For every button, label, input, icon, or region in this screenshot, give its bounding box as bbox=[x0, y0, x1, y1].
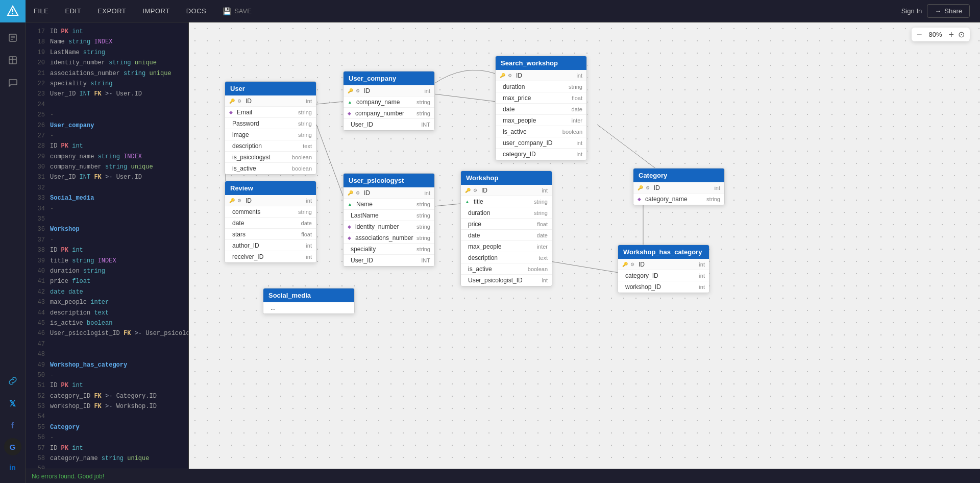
code-line: 37- bbox=[26, 235, 188, 245]
code-line: 18Name string INDEX bbox=[26, 37, 188, 47]
logo[interactable] bbox=[0, 0, 26, 22]
export-menu[interactable]: EXPORT bbox=[89, 0, 134, 22]
code-line: 43max_people inter bbox=[26, 297, 188, 307]
er-table-user[interactable]: User🔑⚙IDint◆EmailstringPasswordstringima… bbox=[225, 81, 316, 175]
er-table-user_psicologist[interactable]: User_psicologyst🔑⚙IDint▲NamestringLastNa… bbox=[343, 173, 435, 267]
er-field-user-Password: Passwordstring bbox=[225, 118, 316, 129]
zoom-out-button[interactable]: − bbox=[917, 30, 922, 39]
code-line: 25- bbox=[26, 110, 188, 120]
er-field-user-image: imagestring bbox=[225, 129, 316, 140]
er-table-workshop[interactable]: Workshop🔑⚙IDint▲titlestringdurationstrin… bbox=[460, 171, 552, 286]
code-line: 46User_psicologist_ID FK >- User_psicolo… bbox=[26, 328, 188, 339]
er-field-user_psicologist-User_ID: User_IDINT bbox=[344, 255, 434, 266]
code-line: 54 bbox=[26, 412, 188, 422]
er-field-workshop-price: pricefloat bbox=[461, 219, 552, 230]
sidebar-icon-page[interactable] bbox=[3, 28, 23, 48]
code-line: 41price float bbox=[26, 276, 188, 286]
sidebar-icon-twitter[interactable]: 𝕏 bbox=[3, 393, 23, 414]
er-field-user_company-company_name: ▲company_namestring bbox=[344, 96, 434, 108]
sidebar-icon-link[interactable] bbox=[3, 371, 23, 391]
svg-line-10 bbox=[316, 102, 343, 104]
code-line: 36Workshop bbox=[26, 224, 188, 234]
er-field-user_company-company_number: ◆company_numberstring bbox=[344, 108, 434, 119]
sidebar-icon-chat[interactable] bbox=[3, 73, 23, 93]
share-button[interactable]: → Share bbox=[927, 4, 970, 18]
code-line: 32 bbox=[26, 183, 188, 193]
er-table-header-workshop_has_category: Workshop_has_category bbox=[618, 245, 709, 259]
zoom-in-button[interactable]: + bbox=[948, 30, 954, 39]
code-line: 23User_ID INT FK >- User.ID bbox=[26, 89, 188, 99]
er-field-user-ID: 🔑⚙IDint bbox=[225, 95, 316, 107]
code-line: 40duration string bbox=[26, 266, 188, 276]
er-field-user_company-User_ID: User_IDINT bbox=[344, 119, 434, 130]
er-table-review[interactable]: Review🔑⚙IDintcommentsstringdatedatestars… bbox=[225, 181, 316, 263]
status-bar: No errors found. Good job! bbox=[26, 469, 980, 483]
sidebar-icon-google[interactable]: G bbox=[4, 438, 21, 455]
edit-menu[interactable]: EDIT bbox=[57, 0, 89, 22]
code-line: 29company_name string INDEX bbox=[26, 152, 188, 162]
center-target-button[interactable]: ⊙ bbox=[958, 30, 965, 39]
code-line: 24 bbox=[26, 100, 188, 110]
code-line: 21associations_number string unique bbox=[26, 68, 188, 79]
er-field-user-is_active: is_activeboolean bbox=[225, 163, 316, 174]
er-table-user_company[interactable]: User_company🔑⚙IDint▲company_namestring◆c… bbox=[343, 71, 435, 131]
code-line: 56- bbox=[26, 432, 188, 443]
er-field-search_workshop-is_active: is_activeboolean bbox=[496, 126, 586, 137]
code-line: 55Category bbox=[26, 422, 188, 432]
er-table-workshop_has_category[interactable]: Workshop_has_category🔑⚙IDintcategory_IDi… bbox=[618, 245, 709, 293]
code-line: 31User_ID INT FK >- User.ID bbox=[26, 172, 188, 182]
code-panel[interactable]: 17ID PK int18Name string INDEX19LastName… bbox=[26, 22, 189, 483]
er-field-workshop-max_people: max_peopleinter bbox=[461, 241, 552, 252]
er-field-user_psicologist-identity_number: ◆identity_numberstring bbox=[344, 221, 434, 232]
er-field-workshop-ID: 🔑⚙IDint bbox=[461, 185, 552, 196]
right-actions: Sign In → Share bbox=[901, 4, 980, 18]
er-table-header-category: Category bbox=[633, 168, 724, 182]
code-line: 22speciality string bbox=[26, 79, 188, 89]
er-table-header-review: Review bbox=[225, 181, 316, 195]
code-line: 49Workshop_has_category bbox=[26, 360, 188, 370]
code-line: 35 bbox=[26, 214, 188, 224]
er-table-search_workshop[interactable]: Search_workshop🔑⚙IDintdurationstringmax_… bbox=[495, 56, 587, 160]
er-field-review-date: datedate bbox=[225, 218, 316, 229]
er-field-user_psicologist-ID: 🔑⚙IDint bbox=[344, 187, 434, 199]
code-line: 34- bbox=[26, 204, 188, 214]
er-field-category-category_name: ◆category_namestring bbox=[633, 194, 724, 205]
svg-point-2 bbox=[12, 13, 13, 14]
er-field-user_psicologist-speciality: specialitystring bbox=[344, 244, 434, 255]
er-field-review-stars: starsfloat bbox=[225, 229, 316, 240]
svg-line-17 bbox=[597, 125, 658, 171]
canvas[interactable]: − 80% + ⊙ User🔑⚙IDint◆EmailstringPasswor… bbox=[189, 22, 980, 469]
sidebar-icon-tables[interactable] bbox=[3, 50, 23, 70]
er-field-user_psicologist-Name: ▲Namestring bbox=[344, 199, 434, 210]
docs-menu[interactable]: DOCS bbox=[178, 0, 215, 22]
sign-in-button[interactable]: Sign In bbox=[901, 7, 922, 15]
er-table-header-social_media: Social_media bbox=[263, 288, 354, 302]
er-field-user-description: descriptiontext bbox=[225, 140, 316, 152]
er-field-workshop_has_category-category_ID: category_IDint bbox=[618, 270, 709, 281]
code-line: 33Social_media bbox=[26, 193, 188, 203]
er-table-header-user: User bbox=[225, 82, 316, 95]
code-line: 48 bbox=[26, 349, 188, 359]
er-field-workshop-date: datedate bbox=[461, 230, 552, 241]
svg-line-13 bbox=[434, 204, 460, 206]
sidebar-icon-facebook[interactable]: f bbox=[3, 416, 23, 436]
er-table-category[interactable]: Category🔑⚙IDint◆category_namestring bbox=[633, 168, 725, 205]
import-menu[interactable]: IMPORT bbox=[134, 0, 178, 22]
er-field-search_workshop-user_company_ID: user_company_IDint bbox=[496, 137, 586, 149]
code-line: 27- bbox=[26, 131, 188, 141]
er-field-user_psicologist-LastName: LastNamestring bbox=[344, 210, 434, 221]
er-field-search_workshop-ID: 🔑⚙IDint bbox=[496, 70, 586, 81]
er-field-search_workshop-max_people: max_peopleinter bbox=[496, 115, 586, 126]
save-button[interactable]: 💾 SAVE bbox=[214, 0, 260, 22]
sidebar-icon-linkedin[interactable]: in bbox=[3, 457, 23, 478]
file-menu[interactable]: FILE bbox=[26, 0, 57, 22]
er-table-social_media[interactable]: Social_media... bbox=[263, 288, 355, 314]
code-line: 51ID PK int bbox=[26, 380, 188, 391]
er-field-workshop-is_active: is_activeboolean bbox=[461, 263, 552, 275]
er-field-workshop-title: ▲titlestring bbox=[461, 196, 552, 207]
status-message: No errors found. Good job! bbox=[32, 473, 104, 480]
er-field-workshop-description: descriptiontext bbox=[461, 252, 552, 263]
svg-line-11 bbox=[316, 125, 343, 196]
code-line: 38ID PK int bbox=[26, 245, 188, 255]
menu-items: FILE EDIT EXPORT IMPORT DOCS 💾 SAVE bbox=[26, 0, 260, 22]
